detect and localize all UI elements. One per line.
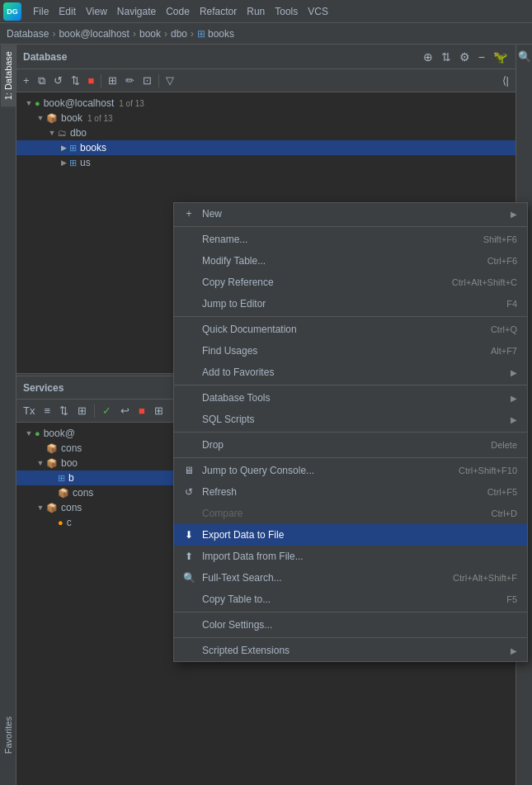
ctx-item-compare: CompareCtrl+D: [174, 503, 527, 524]
ctx-item-copy-reference[interactable]: Copy ReferenceCtrl+Alt+Shift+C: [174, 272, 527, 293]
ctx-item-find-usages[interactable]: Find UsagesAlt+F7: [174, 340, 527, 362]
ctx-arrow-12: ▶: [511, 415, 517, 424]
ctx-label-2: Rename...: [202, 234, 247, 245]
ctx-item-full-text-search[interactable]: 🔍Full-Text Search...Ctrl+Alt+Shift+F: [174, 567, 527, 589]
ctx-label-21: Full-Text Search...: [202, 572, 282, 584]
gutter-btn[interactable]: 🦖: [492, 50, 509, 64]
edit-btn[interactable]: ✏: [122, 73, 138, 88]
copy-btn[interactable]: ⧉: [35, 73, 49, 89]
minimize-btn[interactable]: −: [477, 50, 487, 64]
ctx-label-19: Export Data to File: [202, 529, 284, 541]
favorites-tab[interactable]: Favorites: [0, 686, 16, 785]
ctx-icon-8: [182, 344, 195, 357]
ctx-item-sql-scripts[interactable]: SQL Scripts▶: [174, 409, 527, 430]
host-badge: 1 of 13: [119, 99, 144, 108]
ctx-item-rename[interactable]: Rename...Shift+F6: [174, 229, 527, 250]
breadcrumb-database[interactable]: Database: [7, 28, 49, 40]
menu-navigate[interactable]: Navigate: [112, 4, 161, 19]
ctx-item-import-data-from-file[interactable]: ⬆Import Data from File...: [174, 546, 527, 567]
book-badge: 1 of 13: [87, 114, 113, 123]
ctx-icon-17: ↺: [182, 485, 195, 499]
ctx-item-jump-to-editor[interactable]: Jump to EditorF4: [174, 293, 527, 314]
tree-item-dbo[interactable]: ▼ 🗂 dbo: [16, 125, 516, 140]
menu-vcs[interactable]: VCS: [303, 4, 333, 19]
add-datasource-btn[interactable]: ⊕: [421, 50, 435, 64]
ctx-item-new[interactable]: +New▶: [174, 203, 527, 225]
menu-code[interactable]: Code: [161, 4, 195, 19]
tree-item-users[interactable]: ▶ ⊞ us: [16, 155, 516, 170]
add-btn[interactable]: +: [20, 73, 33, 88]
ctx-item-export-data-to-file[interactable]: ⬇Export Data to File: [174, 524, 527, 546]
menu-file[interactable]: File: [28, 4, 54, 19]
grid-btn[interactable]: ⊞: [105, 73, 120, 88]
ctx-item-drop[interactable]: DropDelete: [174, 434, 527, 456]
breadcrumb-book[interactable]: book: [139, 28, 161, 40]
side-tab-database[interactable]: 1: Database: [1, 45, 16, 106]
sync-btn[interactable]: ⇅: [68, 73, 83, 88]
ctx-item-database-tools[interactable]: Database Tools▶: [174, 387, 527, 409]
services-title: Services: [23, 382, 64, 394]
ctx-shortcut-7: Ctrl+Q: [491, 324, 517, 334]
ctx-sep-25: [174, 637, 527, 638]
arrow-dbo: ▼: [46, 129, 58, 137]
collapse-all-btn[interactable]: ⟨|: [499, 73, 512, 88]
grid3-btn[interactable]: ⊞: [151, 403, 167, 419]
console-btn[interactable]: ⊡: [139, 73, 155, 88]
menu-view[interactable]: View: [81, 4, 112, 19]
ctx-shortcut-17: Ctrl+F5: [487, 487, 517, 497]
settings-btn[interactable]: ⚙: [458, 50, 472, 64]
menu-edit[interactable]: Edit: [54, 4, 81, 19]
menu-run[interactable]: Run: [242, 4, 270, 19]
books-icon: ⊞: [69, 143, 77, 154]
ctx-item-jump-to-query-console[interactable]: 🖥Jump to Query Console...Ctrl+Shift+F10: [174, 460, 527, 481]
db-panel-header: Database ⊕ ⇅ ⚙ − 🦖: [16, 45, 516, 69]
ctx-icon-24: [182, 618, 195, 631]
side-tabs: 1: Database: [0, 45, 16, 785]
svc-cons3-icon: 📦: [46, 503, 58, 513]
arrow-host: ▼: [23, 99, 35, 107]
ctx-icon-22: [182, 593, 195, 606]
ctx-label-7: Quick Documentation: [202, 324, 297, 335]
menu-tools[interactable]: Tools: [270, 4, 303, 19]
svc-cons2-label: cons: [73, 487, 93, 499]
ctx-shortcut-5: F4: [506, 299, 517, 309]
tree-item-books[interactable]: ▶ ⊞ books: [16, 140, 516, 155]
breadcrumb-books[interactable]: books: [208, 28, 234, 40]
ctx-item-refresh[interactable]: ↺RefreshCtrl+F5: [174, 481, 527, 503]
ctx-item-modify-table[interactable]: Modify Table...Ctrl+F6: [174, 250, 527, 272]
ctx-item-quick-documentation[interactable]: Quick DocumentationCtrl+Q: [174, 319, 527, 340]
ctx-label-12: SQL Scripts: [202, 414, 255, 425]
refresh-btn[interactable]: ↺: [50, 73, 66, 88]
tree-item-host[interactable]: ▼ ● book@localhost 1 of 13: [16, 96, 516, 111]
stop-btn[interactable]: ■: [85, 73, 98, 88]
ctx-label-17: Refresh: [202, 486, 237, 498]
ctx-icon-4: [182, 276, 195, 289]
list-btn[interactable]: ≡: [40, 403, 54, 419]
svc-b-icon: ⊞: [58, 473, 65, 484]
ctx-item-scripted-extensions[interactable]: Scripted Extensions▶: [174, 640, 527, 661]
commit-btn[interactable]: ✓: [99, 403, 115, 419]
tx-btn[interactable]: Tx: [20, 403, 38, 419]
breadcrumb-dbo[interactable]: dbo: [171, 28, 187, 40]
ctx-icon-9: [182, 366, 195, 379]
ctx-icon-3: [182, 254, 195, 267]
ctx-item-copy-table-to[interactable]: Copy Table to...F5: [174, 589, 527, 610]
filter-btn[interactable]: ⇅: [440, 50, 453, 64]
menu-refactor[interactable]: Refactor: [195, 4, 242, 19]
ctx-shortcut-4: Ctrl+Alt+Shift+C: [452, 277, 517, 287]
ctx-sep-23: [174, 612, 527, 612]
ctx-item-color-settings[interactable]: Color Settings...: [174, 614, 527, 636]
search-icon[interactable]: 🔍: [516, 48, 533, 65]
sort-btn[interactable]: ⇅: [56, 403, 72, 419]
filter2-btn[interactable]: ▽: [162, 73, 177, 88]
app-icon: DG: [3, 2, 21, 21]
rollback-btn[interactable]: ↩: [117, 403, 133, 419]
ctx-icon-2: [182, 233, 195, 246]
tree-item-book[interactable]: ▼ 📦 book 1 of 13: [16, 111, 516, 125]
grid2-btn[interactable]: ⊞: [74, 403, 90, 419]
stop2-btn[interactable]: ■: [135, 403, 148, 419]
ctx-sep-13: [174, 432, 527, 433]
ctx-item-add-to-favorites[interactable]: Add to Favorites▶: [174, 362, 527, 383]
breadcrumb-host[interactable]: book@localhost: [59, 28, 129, 40]
svc-host-label: book@: [44, 428, 75, 439]
